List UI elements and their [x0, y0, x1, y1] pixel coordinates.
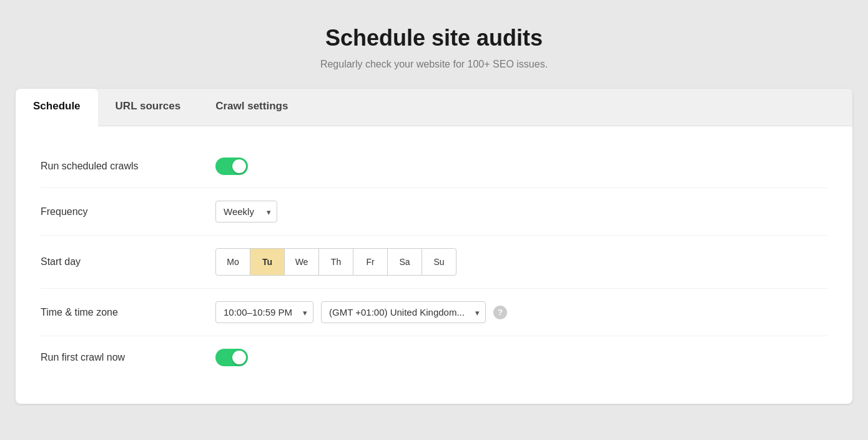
control-start-day: Mo Tu We Th Fr Sa Su: [215, 248, 456, 276]
timezone-select[interactable]: (GMT +01:00) United Kingdom... (GMT +00:…: [321, 301, 486, 323]
row-frequency: Frequency Daily Weekly Monthly: [41, 188, 827, 236]
label-run-scheduled-crawls: Run scheduled crawls: [41, 161, 215, 172]
tab-schedule[interactable]: Schedule: [16, 89, 98, 126]
page-title: Schedule site audits: [320, 25, 548, 51]
toggle-run-first-crawl[interactable]: [215, 349, 248, 366]
toggle-run-scheduled-crawls[interactable]: [215, 158, 248, 175]
tab-crawl-settings[interactable]: Crawl settings: [198, 89, 305, 126]
time-select-wrapper: 12:00–12:59 AM 1:00–1:59 AM 10:00–10:59 …: [215, 301, 313, 323]
row-start-day: Start day Mo Tu We Th Fr Sa Su: [41, 236, 827, 289]
day-btn-sa[interactable]: Sa: [387, 248, 422, 276]
control-run-first-crawl: [215, 349, 248, 366]
day-buttons-group: Mo Tu We Th Fr Sa Su: [215, 248, 456, 276]
time-select[interactable]: 12:00–12:59 AM 1:00–1:59 AM 10:00–10:59 …: [215, 301, 313, 323]
day-btn-th[interactable]: Th: [318, 248, 353, 276]
row-run-first-crawl: Run first crawl now: [41, 336, 827, 379]
label-start-day: Start day: [41, 256, 215, 268]
label-time-timezone: Time & time zone: [41, 307, 215, 318]
control-time-timezone: 12:00–12:59 AM 1:00–1:59 AM 10:00–10:59 …: [215, 301, 507, 323]
tab-url-sources[interactable]: URL sources: [98, 89, 199, 126]
day-btn-mo[interactable]: Mo: [215, 248, 250, 276]
control-run-scheduled-crawls: [215, 158, 248, 175]
label-frequency: Frequency: [41, 206, 215, 218]
day-btn-we[interactable]: We: [284, 248, 319, 276]
toggle-thumb-run-first: [232, 351, 246, 364]
day-btn-tu[interactable]: Tu: [250, 248, 285, 276]
label-run-first-crawl: Run first crawl now: [41, 352, 215, 363]
page-header: Schedule site audits Regularly check you…: [320, 25, 548, 70]
toggle-thumb-run-scheduled: [232, 159, 246, 173]
day-btn-su[interactable]: Su: [422, 248, 456, 276]
page-subtitle: Regularly check your website for 100+ SE…: [320, 59, 548, 70]
frequency-select-wrapper: Daily Weekly Monthly: [215, 201, 277, 222]
frequency-select[interactable]: Daily Weekly Monthly: [215, 201, 277, 222]
row-run-scheduled-crawls: Run scheduled crawls: [41, 145, 827, 188]
day-btn-fr[interactable]: Fr: [353, 248, 388, 276]
row-time-timezone: Time & time zone 12:00–12:59 AM 1:00–1:5…: [41, 289, 827, 336]
timezone-select-wrapper: (GMT +01:00) United Kingdom... (GMT +00:…: [321, 301, 486, 323]
form-content: Run scheduled crawls Frequency Daily Wee…: [16, 126, 852, 404]
control-frequency: Daily Weekly Monthly: [215, 201, 277, 222]
help-icon[interactable]: ?: [493, 306, 507, 319]
tab-bar: Schedule URL sources Crawl settings: [16, 89, 852, 126]
main-card: Schedule URL sources Crawl settings Run …: [16, 89, 852, 404]
